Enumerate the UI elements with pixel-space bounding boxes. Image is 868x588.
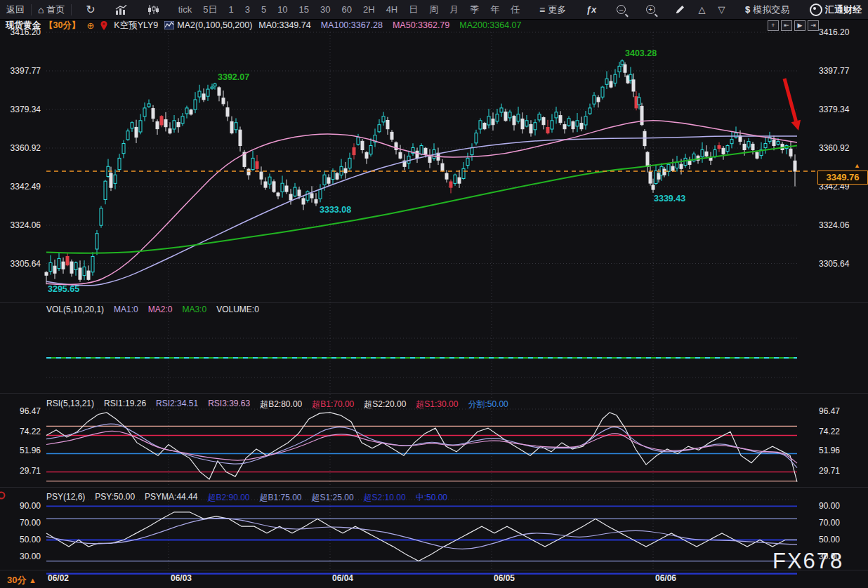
price-axis-label-left: 3324.06	[1, 220, 41, 230]
vol-panel-header-item-2: MA2:0	[148, 305, 173, 314]
price-axis-label-right: 3379.34	[819, 105, 849, 114]
date-axis-label: 06/06	[655, 573, 676, 583]
psy-axis-label-left: 50.00	[1, 535, 41, 544]
psy-panel-header-item-4: 超B1:75.00	[260, 492, 302, 504]
date-axis-label: 06/02	[48, 573, 69, 583]
price-annotation: 3339.43	[654, 194, 685, 203]
date-axis-label: 06/03	[171, 573, 192, 583]
rsi-panel-header-item-2: RSI2:34.51	[156, 399, 198, 410]
price-axis-label-right: 3324.06	[819, 220, 849, 230]
date-axis-label: 06/05	[494, 573, 515, 583]
rsi-panel-header-item-8: 分割:50.00	[468, 399, 508, 410]
price-axis-label-left: 3416.20	[1, 27, 41, 37]
rsi-axis-label-right: 51.96	[819, 446, 840, 455]
price-axis-label-left: 3305.64	[1, 259, 41, 269]
price-annotation: 3392.07	[218, 72, 249, 82]
rsi-panel-header-item-5: 超B1:70.00	[312, 399, 354, 410]
price-marker-icon: ▲	[854, 162, 860, 169]
psy-axis-label-right: 50.00	[819, 535, 840, 544]
rsi-panel-header: RSI(5,13,21)RSI1:19.26RSI2:34.51RSI3:39.…	[46, 399, 508, 410]
price-annotation: 3403.28	[625, 48, 657, 58]
psy-panel-header-item-3: 超B2:90.00	[207, 492, 249, 504]
psy-axis-label-left: 70.00	[1, 518, 41, 528]
price-axis-label-left: 3342.49	[1, 182, 41, 192]
price-axis-label-left: 3379.34	[1, 105, 41, 114]
psy-axis-label-left: 30.00	[1, 552, 41, 561]
vol-panel-header-item-0: VOL(5,10,20,1)	[46, 305, 104, 314]
rsi-panel-header-item-7: 超S1:30.00	[416, 399, 458, 410]
last-price-tag: 3349.76	[817, 171, 868, 185]
period-badge-label: 30分	[7, 575, 26, 585]
caret-up-icon: ▲	[29, 576, 37, 584]
rsi-axis-label-left: 29.71	[1, 466, 41, 476]
watermark: FX678	[772, 549, 843, 574]
rsi-panel-header-item-6: 超S2:20.00	[364, 399, 406, 410]
price-axis-label-left: 3397.77	[1, 66, 41, 76]
date-axis-label: 06/04	[332, 573, 353, 583]
rsi-axis-label-right: 29.71	[819, 466, 840, 476]
psy-axis-label-right: 70.00	[819, 518, 840, 528]
psy-axis-label-right: 90.00	[819, 501, 840, 511]
rsi-axis-label-right: 74.22	[819, 427, 840, 436]
vol-panel-header: VOL(5,10,20,1)MA1:0MA2:0MA3:0VOLUME:0	[46, 305, 259, 314]
psy-panel-header-item-1: PSY:50.00	[95, 492, 135, 504]
rsi-axis-label-left: 96.47	[1, 406, 41, 416]
rsi-panel-header-item-0: RSI(5,13,21)	[46, 399, 94, 410]
price-axis-label-right: 3416.20	[819, 27, 849, 37]
psy-axis-label-left: 90.00	[1, 501, 41, 511]
psy-panel-header-item-6: 超S2:10.00	[364, 492, 406, 504]
rsi-axis-label-left: 74.22	[1, 427, 41, 436]
rsi-panel-header-item-3: RSI3:39.63	[208, 399, 250, 410]
price-axis-label-right: 3397.77	[819, 66, 849, 76]
psy-panel-header: PSY(12,6)PSY:50.00PSYMA:44.44超B2:90.00超B…	[46, 492, 447, 504]
psy-panel-header-item-7: 中:50.00	[416, 492, 447, 504]
price-axis-label-right: 3305.64	[819, 259, 849, 269]
vol-panel-header-item-4: VOLUME:0	[216, 305, 259, 314]
psy-panel-header-item-2: PSYMA:44.44	[145, 492, 197, 504]
price-axis-label-left: 3360.92	[1, 143, 41, 153]
price-axis-label-right: 3360.92	[819, 143, 849, 153]
rsi-panel-header-item-4: 超B2:80.00	[260, 399, 302, 410]
rsi-axis-label-right: 96.47	[819, 406, 840, 416]
psy-panel-header-item-0: PSY(12,6)	[46, 492, 85, 504]
rsi-panel-header-item-1: RSI1:19.26	[104, 399, 146, 410]
vol-panel-header-item-1: MA1:0	[114, 305, 138, 314]
psy-panel-header-item-5: 超S1:25.00	[312, 492, 354, 504]
period-badge[interactable]: 30分 ▲	[7, 574, 37, 587]
price-annotation: 3333.08	[320, 205, 351, 215]
vol-panel-header-item-3: MA3:0	[182, 305, 206, 314]
price-annotation: 3295.65	[48, 284, 79, 294]
trading-app: 返回 ⌂ 首页 ↻ tick5日135101530602H4H日周月季年任	[0, 0, 868, 588]
rsi-axis-label-left: 51.96	[1, 446, 41, 455]
